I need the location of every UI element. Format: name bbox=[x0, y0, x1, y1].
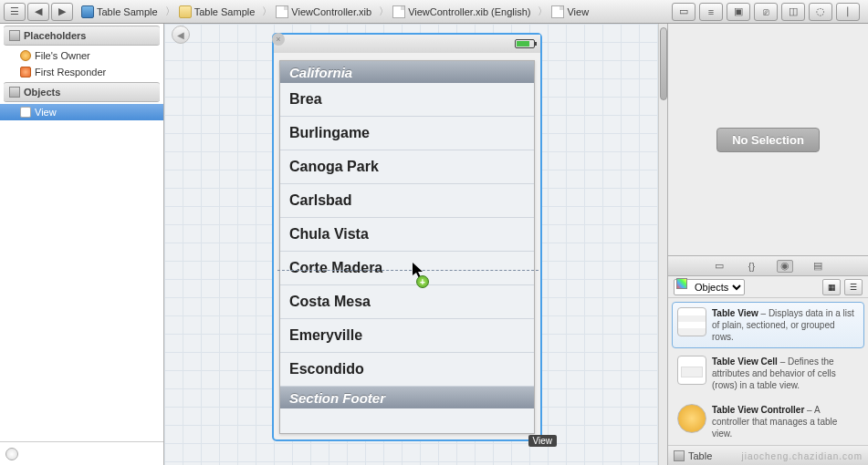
table-cell[interactable]: Escondido bbox=[280, 353, 534, 387]
plus-badge-icon: + bbox=[416, 275, 429, 288]
library-item-text: Table View Controller – A controller tha… bbox=[712, 404, 859, 439]
nav-forward-button[interactable]: ▶ bbox=[51, 3, 73, 21]
folder-icon bbox=[179, 5, 192, 18]
lib-list-view-button[interactable]: ☰ bbox=[844, 279, 863, 295]
breadcrumb-label: ViewController.xib bbox=[291, 6, 371, 17]
breadcrumb-label: Table Sample bbox=[194, 6, 256, 17]
insp-connections-icon[interactable]: ◌ bbox=[809, 3, 832, 21]
library-footer: Table bbox=[668, 445, 868, 465]
drop-indicator bbox=[277, 270, 539, 271]
battery-icon bbox=[515, 39, 535, 48]
doc-icon bbox=[276, 5, 288, 18]
library-tabs: ▭ {} ◉ ▤ bbox=[668, 256, 868, 276]
outline-item[interactable]: View bbox=[0, 104, 163, 120]
table-cell[interactable]: Canoga Park bbox=[280, 150, 534, 184]
nav-back-button[interactable]: ◀ bbox=[27, 3, 49, 21]
breadcrumb: Table Sample〉Table Sample〉ViewController… bbox=[79, 0, 594, 23]
outline-objects-header[interactable]: Objects bbox=[4, 82, 160, 102]
canvas[interactable]: ◀ × California BreaBurlingameCanoga Park… bbox=[164, 24, 667, 465]
canvas-scrollbar[interactable] bbox=[658, 24, 667, 465]
outline-item-label: First Responder bbox=[35, 67, 106, 78]
lib-tab-object-icon[interactable]: ◉ bbox=[777, 260, 793, 273]
section-header: California bbox=[280, 61, 534, 83]
view-icon bbox=[20, 107, 31, 118]
device-view[interactable]: × California BreaBurlingameCanoga ParkCa… bbox=[272, 33, 542, 441]
breadcrumb-item[interactable]: ViewController.xib bbox=[274, 0, 377, 23]
chevron-right-icon: 〉 bbox=[163, 5, 177, 18]
doc-icon bbox=[392, 5, 405, 18]
document-outline: Placeholders File's OwnerFirst Responder… bbox=[0, 24, 164, 465]
library-item[interactable]: Table View – Displays data in a list of … bbox=[672, 302, 864, 348]
insp-size-icon[interactable]: ◫ bbox=[781, 3, 805, 21]
insp-extra-icon[interactable]: ∣ bbox=[836, 3, 860, 21]
table-cell[interactable]: Chula Vista bbox=[280, 218, 534, 252]
insp-file-icon[interactable]: ▭ bbox=[672, 3, 695, 21]
library-list[interactable]: Table View – Displays data in a list of … bbox=[668, 298, 868, 445]
library-item[interactable]: Table View Controller – A controller tha… bbox=[672, 398, 864, 445]
table-cell[interactable]: Carlsbad bbox=[280, 184, 534, 218]
breadcrumb-item[interactable]: Table Sample bbox=[177, 0, 261, 23]
outline-footer bbox=[0, 441, 163, 465]
outline-item-label: File's Owner bbox=[35, 50, 90, 61]
table-cell[interactable]: Brea bbox=[280, 83, 534, 117]
table-cell[interactable]: Burlingame bbox=[280, 117, 534, 150]
xcode-icon bbox=[81, 5, 94, 18]
library-thumb-icon bbox=[677, 356, 706, 385]
close-icon[interactable]: × bbox=[272, 33, 285, 46]
owner-icon bbox=[20, 50, 31, 61]
breadcrumb-item[interactable]: View bbox=[549, 0, 594, 23]
related-items-button[interactable]: ☰ bbox=[4, 3, 26, 21]
insp-attributes-icon[interactable]: ⎚ bbox=[754, 3, 778, 21]
library-item-text: Table View Cell – Defines the attributes… bbox=[712, 356, 859, 391]
library-thumb-icon bbox=[677, 307, 706, 336]
cube-icon bbox=[674, 450, 685, 461]
lib-tab-code-icon[interactable]: {} bbox=[744, 260, 760, 273]
breadcrumb-item[interactable]: ViewController.xib (English) bbox=[391, 0, 536, 23]
library-item[interactable]: Table View Cell – Defines the attributes… bbox=[672, 350, 864, 397]
breadcrumb-label: View bbox=[567, 6, 589, 17]
cube-icon bbox=[9, 30, 20, 41]
outline-item[interactable]: First Responder bbox=[0, 64, 163, 80]
inspector-panel: No Selection ▭ {} ◉ ▤ Objects ▦ ☰ Table … bbox=[667, 24, 868, 465]
library-panel: ▭ {} ◉ ▤ Objects ▦ ☰ Table View – Displa… bbox=[668, 255, 868, 465]
breadcrumb-label: ViewController.xib (English) bbox=[408, 6, 530, 17]
no-selection-label: No Selection bbox=[716, 128, 820, 152]
view-tag: View bbox=[528, 435, 558, 447]
toolbar: ☰ ◀ ▶ Table Sample〉Table Sample〉ViewCont… bbox=[0, 0, 868, 24]
table-cell[interactable]: Emeryville bbox=[280, 319, 534, 353]
responder-icon bbox=[20, 67, 31, 78]
breadcrumb-label: Table Sample bbox=[97, 6, 158, 17]
outline-item[interactable]: File's Owner bbox=[0, 47, 163, 64]
outline-item-label: View bbox=[35, 107, 57, 118]
library-thumb-icon bbox=[677, 404, 706, 433]
section-footer: Section Footer bbox=[280, 387, 534, 408]
doc-icon bbox=[551, 5, 564, 18]
cube-icon bbox=[9, 87, 20, 98]
filter-knob-icon[interactable] bbox=[5, 448, 18, 460]
status-bar bbox=[274, 35, 540, 53]
lib-tab-media-icon[interactable]: ▤ bbox=[810, 260, 826, 273]
chevron-right-icon: 〉 bbox=[260, 5, 274, 18]
objects-swatch-icon bbox=[676, 278, 687, 289]
insp-quickhelp-icon[interactable]: ≡ bbox=[699, 3, 723, 21]
lib-tab-file-icon[interactable]: ▭ bbox=[711, 260, 727, 273]
insp-identity-icon[interactable]: ▣ bbox=[727, 3, 750, 21]
canvas-nav-button[interactable]: ◀ bbox=[172, 26, 190, 44]
table-cell[interactable]: Costa Mesa bbox=[280, 285, 534, 319]
chevron-right-icon: 〉 bbox=[536, 5, 549, 18]
table-view[interactable]: California BreaBurlingameCanoga ParkCarl… bbox=[279, 60, 535, 434]
breadcrumb-item[interactable]: Table Sample bbox=[79, 0, 163, 23]
lib-grid-view-button[interactable]: ▦ bbox=[822, 279, 841, 295]
library-item-text: Table View – Displays data in a list of … bbox=[712, 307, 859, 343]
table-cell[interactable]: Corte Madera bbox=[280, 252, 534, 285]
outline-placeholders-header[interactable]: Placeholders bbox=[4, 26, 160, 46]
chevron-right-icon: 〉 bbox=[377, 5, 391, 18]
